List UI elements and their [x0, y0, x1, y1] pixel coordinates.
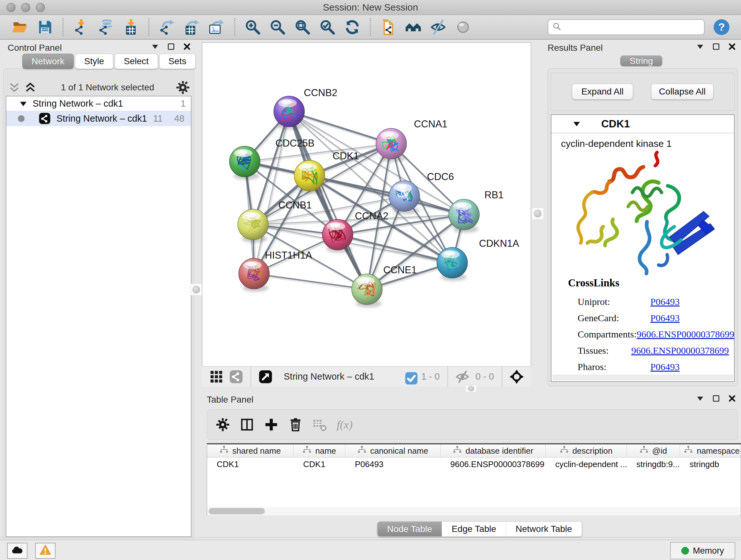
crosslink-value-link[interactable]: P06493: [650, 361, 680, 372]
collection-expander-icon[interactable]: [18, 99, 28, 109]
results-panel-close-button[interactable]: [728, 42, 737, 53]
collapse-all-icon[interactable]: [8, 81, 21, 94]
network-node-CCNB1[interactable]: [238, 209, 268, 243]
network-node-CDC25B[interactable]: [229, 146, 260, 180]
collapse-all-button[interactable]: Collapse All: [651, 84, 714, 100]
network-node-CDC6[interactable]: [389, 181, 420, 214]
search-input[interactable]: [564, 22, 700, 32]
table-tabs: Node TableEdge TableNetwork Table: [377, 521, 582, 537]
results-hscrollbar[interactable]: [553, 375, 733, 380]
tab-network[interactable]: Network: [22, 54, 74, 69]
results-tab-string[interactable]: String: [620, 54, 662, 68]
control-panel-float-button[interactable]: [166, 42, 176, 53]
zoom-window-button[interactable]: [36, 3, 45, 12]
network-node-HIST1H1A[interactable]: [239, 258, 269, 292]
tab-sets[interactable]: Sets: [159, 54, 196, 69]
table-delete-icon[interactable]: [288, 417, 303, 432]
import-string-file-icon[interactable]: [379, 18, 398, 37]
cloud-status-button[interactable]: [7, 543, 27, 559]
tab-network-table[interactable]: Network Table: [506, 522, 582, 537]
crosslink-value-link[interactable]: 9606.ENSP00000378699: [631, 345, 729, 356]
column-header-namespace[interactable]: namespace: [680, 444, 741, 457]
table-columns-icon[interactable]: [240, 417, 254, 432]
export-network-icon[interactable]: [158, 18, 176, 37]
table-gear-icon[interactable]: [215, 417, 230, 432]
results-panel-float-button[interactable]: [712, 42, 721, 53]
hidden-eye-icon[interactable]: [455, 369, 470, 384]
right-splitter-grip[interactable]: [532, 207, 544, 220]
export-image-icon[interactable]: [207, 18, 226, 37]
table-hscrollbar[interactable]: [207, 507, 740, 515]
warnings-button[interactable]: [35, 543, 56, 559]
network-canvas[interactable]: CCNB2CCNA1CDC25BCDK1CDC6RB1CCNB1CCNA2CDK…: [202, 43, 531, 367]
share-view-icon[interactable]: [229, 369, 244, 384]
crosslink-value-link[interactable]: P06493: [650, 296, 680, 307]
expand-all-button[interactable]: Expand All: [572, 84, 633, 100]
network-node-RB1[interactable]: [449, 199, 479, 233]
search-field[interactable]: [548, 19, 704, 35]
zoom-fit-icon[interactable]: [293, 18, 312, 37]
network-node-CDKN1A[interactable]: [437, 247, 468, 281]
column-header-name[interactable]: name: [293, 444, 345, 457]
tab-node-table[interactable]: Node Table: [378, 522, 442, 537]
network-collection-row[interactable]: String Network – cdk1 1: [6, 97, 191, 111]
results-panel-menu-caret[interactable]: [696, 42, 704, 53]
tab-style[interactable]: Style: [75, 54, 113, 69]
detach-view-icon[interactable]: [258, 369, 273, 384]
minimize-window-button[interactable]: [21, 3, 30, 12]
table-row[interactable]: CDK1CDK1P064939606.ENSP00000378699cyclin…: [207, 457, 741, 471]
crosslink-value-link[interactable]: 9606.ENSP00000378699: [636, 329, 734, 340]
control-panel-menu-caret[interactable]: [151, 42, 159, 53]
memory-button[interactable]: Memory: [670, 542, 735, 559]
table-panel-menu-caret[interactable]: [696, 394, 704, 405]
table-hscroll-thumb[interactable]: [209, 508, 265, 514]
protein-structure-image: [563, 147, 723, 278]
import-table-icon[interactable]: [122, 18, 140, 37]
grid-view-icon[interactable]: [209, 369, 224, 384]
save-icon[interactable]: [36, 18, 54, 37]
node-label-CCNB2: CCNB2: [304, 87, 337, 98]
import-network-db-icon[interactable]: [97, 18, 115, 37]
tab-select[interactable]: Select: [115, 54, 158, 69]
column-header-canonical-name[interactable]: canonical name: [345, 444, 441, 457]
node-table[interactable]: shared namenamecanonical namedatabase id…: [207, 443, 741, 515]
column-header-database-identifier[interactable]: database identifier: [441, 444, 546, 457]
gene-section-header[interactable]: CDK1: [551, 115, 734, 133]
hide-eye-icon[interactable]: [429, 18, 448, 37]
crosslink-value-link[interactable]: P06493: [650, 313, 680, 323]
network-node-CDK1[interactable]: [294, 160, 325, 194]
expand-all-icon[interactable]: [23, 81, 37, 94]
control-panel-close-button[interactable]: [183, 42, 192, 53]
refresh-icon[interactable]: [343, 18, 361, 37]
crosslinks-block: CrossLinks Uniprot:P06493GeneCard:P06493…: [568, 277, 729, 375]
eye-icon[interactable]: [454, 18, 472, 37]
network-node-CCNA2[interactable]: [322, 219, 353, 253]
zoom-selected-icon[interactable]: [318, 18, 337, 37]
table-panel-close-button[interactable]: [728, 394, 737, 405]
table-panel-float-button[interactable]: [712, 394, 721, 405]
gene-expander-icon[interactable]: [572, 119, 582, 129]
column-header-description[interactable]: description: [546, 444, 627, 457]
network-row[interactable]: String Network – cdk1 11 48: [6, 111, 191, 126]
import-network-file-icon[interactable]: [72, 18, 90, 37]
help-button[interactable]: ?: [713, 18, 730, 36]
zoom-in-icon[interactable]: [244, 18, 262, 37]
network-options-gear-icon[interactable]: [176, 80, 190, 95]
export-table-icon[interactable]: [183, 18, 201, 37]
column-header-id[interactable]: @id: [627, 444, 680, 457]
bottom-splitter-grip[interactable]: [465, 385, 477, 392]
close-window-button[interactable]: [6, 3, 16, 12]
network-node-CCNA1[interactable]: [376, 128, 407, 162]
table-add-icon[interactable]: [264, 417, 279, 432]
zoom-out-icon[interactable]: [268, 18, 287, 37]
left-splitter-grip[interactable]: [190, 284, 202, 296]
birdseye-target-icon[interactable]: [509, 369, 524, 384]
network-node-CCNE1[interactable]: [352, 274, 382, 307]
memory-status-dot: [681, 547, 689, 555]
folder-open-icon[interactable]: [11, 18, 29, 37]
selected-checkbox-icon[interactable]: [404, 371, 415, 382]
homes-icon[interactable]: [404, 18, 422, 37]
column-header-shared-name[interactable]: shared name: [207, 444, 293, 457]
tab-edge-table[interactable]: Edge Table: [442, 522, 506, 537]
network-node-CCNB2[interactable]: [274, 96, 305, 130]
